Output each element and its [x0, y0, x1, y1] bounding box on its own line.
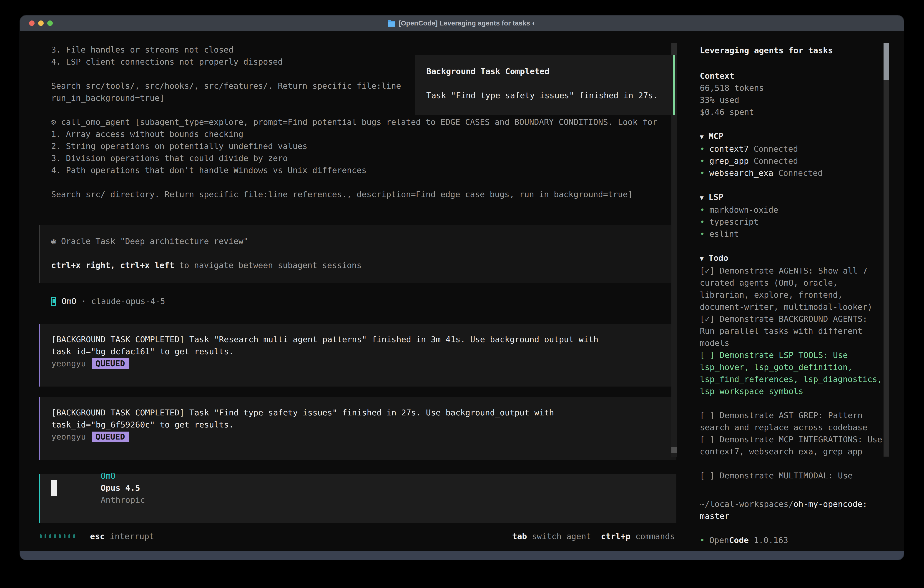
todo-item: [ ]Demonstrate LSP TOOLS: Use lsp_hover,…	[700, 349, 884, 397]
background-task-message: [BACKGROUND TASK COMPLETED] Task "Find t…	[39, 397, 676, 460]
sidebar-scrollbar[interactable]	[884, 43, 889, 457]
lsp-section-heading[interactable]: ▼ LSP	[700, 191, 884, 204]
lsp-item: •typescript	[700, 216, 884, 228]
input-agent-name: OmO	[101, 471, 116, 481]
esc-key-label: interrupt	[105, 532, 154, 541]
status-dot-icon: •	[700, 144, 705, 154]
status-dot-icon: •	[700, 535, 705, 545]
checkbox-empty-icon: [ ]	[700, 350, 714, 360]
background-task-notification: Background Task Completed Task "Find typ…	[416, 55, 675, 115]
checkbox-checked-icon: [✓]	[700, 314, 714, 324]
status-dot-icon: •	[700, 229, 705, 238]
status-bar: esc interrupt tab switch agent ctrl+p co…	[40, 530, 675, 542]
traffic-lights	[29, 20, 53, 26]
status-dot-icon: •	[700, 205, 705, 215]
chevron-down-icon: ▼	[700, 255, 704, 263]
checkbox-empty-icon: [ ]	[700, 435, 714, 444]
task-message-line: [BACKGROUND TASK COMPLETED] Task "Resear…	[51, 333, 676, 345]
tool-call-command: call_omo_agent [subagent_type=explore, p…	[61, 117, 657, 127]
tab-key-hint: tab	[512, 532, 527, 541]
status-badge: QUEUED	[92, 431, 129, 442]
context-spent: $0.46 spent	[700, 106, 884, 118]
oracle-task-card[interactable]: ◉ Oracle Task "Deep architecture review"…	[39, 225, 676, 283]
context-used: 33% used	[700, 94, 884, 106]
mcp-section-heading[interactable]: ▼ MCP	[700, 130, 884, 143]
ctrlp-key-hint: ctrl+p	[601, 532, 630, 541]
gear-icon: ⚙	[51, 117, 56, 127]
task-user: yeongyu	[51, 357, 86, 370]
tool-call-item: 4. Path operations that don't handle Win…	[51, 164, 657, 176]
checkbox-empty-icon: [ ]	[700, 471, 714, 480]
app-version: •OpenCode 1.0.163	[700, 534, 884, 546]
prompt-input[interactable]: OmO Opus 4.5 Anthropic	[39, 474, 676, 523]
checkbox-checked-icon: [✓]	[700, 266, 714, 275]
task-message-line: task_id="bg_dcfac161" to get results.	[51, 345, 676, 357]
tool-call-line: ⚙ call_omo_agent [subagent_type=explore,…	[51, 116, 657, 128]
omo-agent-icon	[51, 297, 56, 306]
input-provider-name: Anthropic	[101, 495, 145, 505]
minimize-button[interactable]	[38, 20, 44, 26]
ctrlp-key-label: commands	[630, 532, 675, 541]
background-task-message: [BACKGROUND TASK COMPLETED] Task "Resear…	[39, 324, 676, 386]
terminal-scrollbar-thumb[interactable]	[672, 447, 676, 453]
status-badge: QUEUED	[92, 358, 129, 369]
tool-call-item: 2. String operations on potentially unde…	[51, 140, 657, 152]
lsp-item: •markdown-oxide	[700, 204, 884, 216]
status-dot-icon: •	[700, 168, 705, 178]
task-message-line: [BACKGROUND TASK COMPLETED] Task "Find t…	[51, 406, 676, 419]
terminal-pane[interactable]: 3. File handles or streams not closed 4.…	[20, 31, 676, 551]
window-bottom-edge	[20, 551, 904, 560]
oracle-hint-keys: ctrl+x right, ctrl+x left	[51, 261, 174, 270]
todo-item: [ ]Demonstrate MULTIMODAL: Use	[700, 469, 884, 482]
close-button[interactable]	[29, 20, 35, 26]
chevron-down-icon: ▼	[700, 194, 704, 202]
context-heading: Context	[700, 70, 884, 82]
workspace-path: ~/local-workspaces/oh-my-opencode: maste…	[700, 498, 884, 522]
todo-item: [ ]Demonstrate MCP INTEGRATIONS: Use con…	[700, 433, 884, 458]
mcp-item: •websearch_exa Connected	[700, 167, 884, 179]
todo-item: [ ]Demonstrate AST-GREP: Pattern search …	[700, 409, 884, 433]
mcp-item: •context7 Connected	[700, 143, 884, 155]
todo-item: [✓]Demonstrate BACKGROUND AGENTS: Run pa…	[700, 313, 884, 349]
todo-item: [✓]Demonstrate AGENTS: Show all 7 curate…	[700, 265, 884, 313]
sidebar-scrollbar-thumb[interactable]	[884, 43, 889, 80]
agent-header: OmO · claude-opus-4-5	[51, 295, 165, 307]
session-sidebar: Leveraging agents for tasks Context 66,5…	[676, 31, 904, 551]
transcript-line: 3. File handles or streams not closed	[51, 44, 657, 56]
tab-key-label: switch agent	[527, 532, 591, 541]
session-title: Leveraging agents for tasks	[700, 45, 884, 56]
title-bar[interactable]: [OpenCode] Leveraging agents for tasks ◐	[20, 15, 904, 31]
tool-call-item: 3. Division operations that could divide…	[51, 152, 657, 164]
agent-model: claude-opus-4-5	[91, 295, 165, 307]
esc-key-hint: esc	[90, 532, 105, 541]
status-dot-icon: •	[700, 156, 705, 165]
maximize-button[interactable]	[47, 20, 53, 26]
notification-title: Background Task Completed	[426, 65, 673, 77]
app-window: [OpenCode] Leveraging agents for tasks ◐…	[20, 15, 904, 560]
task-user: yeongyu	[51, 431, 86, 443]
agent-separator: ·	[81, 295, 86, 307]
chevron-down-icon: ▼	[700, 133, 704, 140]
lsp-item: •eslint	[700, 228, 884, 240]
mcp-item: •grep_app Connected	[700, 155, 884, 167]
status-dot-icon: •	[700, 217, 705, 226]
checkbox-empty-icon: [ ]	[700, 411, 714, 420]
window-title: [OpenCode] Leveraging agents for tasks ◐	[399, 19, 536, 27]
transcript-blank-line	[51, 176, 657, 188]
notification-body: Task "Find type safety issues" finished …	[426, 89, 673, 101]
input-model-name: Opus 4.5	[101, 483, 140, 492]
tool-call-footer: Search src/ directory. Return specific f…	[51, 188, 657, 200]
oracle-icon: ◉	[51, 236, 56, 246]
task-message-line: task_id="bg_6f59260c" to get results.	[51, 419, 676, 431]
status-shortcuts: tab switch agent ctrl+p commands	[512, 530, 675, 542]
context-tokens: 66,518 tokens	[700, 82, 884, 94]
oracle-hint-text: to navigate between subagent sessions	[174, 261, 362, 270]
tool-call-item: 1. Array access without bounds checking	[51, 128, 657, 140]
todo-section-heading[interactable]: ▼ Todo	[700, 252, 884, 265]
activity-spinner-dots	[40, 534, 75, 538]
folder-icon	[388, 21, 395, 26]
agent-name: OmO	[62, 295, 76, 307]
oracle-task-title: Oracle Task "Deep architecture review"	[61, 236, 248, 246]
